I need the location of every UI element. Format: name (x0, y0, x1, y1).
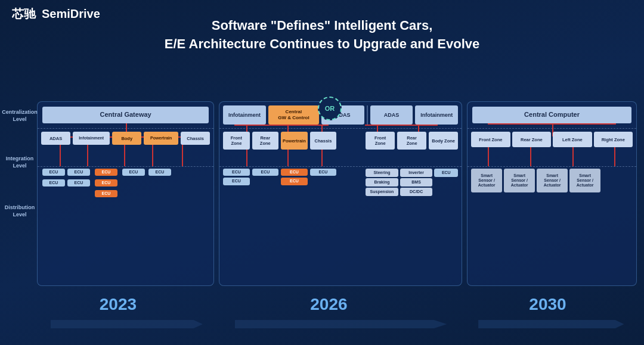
connector-v-info (87, 145, 88, 166)
ecu-col-3: ECU ECU (281, 169, 308, 185)
box-chassis: Chassis (181, 132, 210, 145)
zone-rear-r: RearZone (397, 132, 426, 150)
box-dcdc: DC/DC (400, 188, 433, 196)
box-infotainment-2026: Infotainment (223, 105, 266, 125)
connector-v-ch (182, 145, 183, 166)
cc-zones: Front Zone Rear Zone Left Zone Right Zon… (471, 132, 633, 147)
dashed-line-6 (467, 166, 636, 167)
c-h-1 (234, 125, 329, 126)
zones-right: FrontZone RearZone Body Zone (366, 132, 458, 150)
smart-3: SmartSensor /Actuator (537, 169, 568, 192)
ecu-l3: ECU (252, 169, 279, 176)
box-inverter: Inverter (400, 169, 433, 177)
year-2026: 2026 (199, 295, 459, 314)
ecu-1: ECU (42, 169, 65, 176)
cc-zone-rear: Rear Zone (512, 132, 551, 147)
or-circle: OR (318, 97, 342, 120)
year-labels: 2023 2026 2030 (37, 295, 637, 314)
cc-v-4 (614, 147, 615, 166)
smart-1: SmartSensor /Actuator (471, 169, 502, 192)
panel-2030: Central Computer Front Zone Rear Zone Le… (467, 101, 637, 286)
box-braking: Braking (366, 178, 398, 187)
ecu-4: ECU (67, 179, 90, 187)
year-2023: 2023 (37, 295, 199, 314)
cc-zone-left: Left Zone (553, 132, 592, 147)
func-row-1: Steering Braking Suspension Inverter BMS… (366, 169, 458, 196)
zone-front-r: FrontZone (366, 132, 395, 150)
ecu-5: ECU (95, 169, 117, 176)
dashed-line-4 (219, 166, 462, 167)
box-infotainment-right: Infotainment (415, 105, 458, 125)
cc-h-main (488, 123, 616, 125)
ecu-8: ECU (122, 169, 145, 176)
distribution-label: DistributionLevel (5, 200, 35, 223)
ecu-6: ECU (95, 179, 117, 187)
ecu-r1: ECU (434, 169, 458, 177)
dashed-line-2 (38, 166, 213, 167)
central-gateway-box: Central Gateway (42, 107, 209, 123)
c-h-2 (365, 125, 438, 126)
box-adas-right: ADAS (370, 105, 413, 125)
smart-2: SmartSensor /Actuator (504, 169, 535, 192)
connector-v-body (124, 145, 125, 166)
cc-zone-right: Right Zone (594, 132, 633, 147)
box-body: Body (112, 132, 141, 145)
connector-v-pt (152, 145, 153, 166)
zone-rear: RearZone (252, 132, 278, 150)
func-col-1: Steering Braking Suspension (366, 169, 398, 196)
box-suspension: Suspension (366, 188, 398, 196)
cc-v-2 (530, 147, 531, 166)
cc-zone-front: Front Zone (471, 132, 510, 147)
ecu-col-4: ECU (310, 169, 337, 185)
zone-powertrain: Powertrain (281, 132, 308, 150)
ecu-l2: ECU (223, 178, 250, 185)
arrow-1 (51, 320, 203, 328)
func-col-2: Inverter BMS DC/DC (400, 169, 433, 196)
ecu-9: ECU (148, 169, 171, 176)
ecu-2: ECU (42, 179, 65, 187)
ecu-l1: ECU (223, 169, 250, 176)
cc-v-1 (488, 147, 489, 166)
dashed-line-3 (219, 128, 462, 129)
arrow-2 (235, 320, 447, 328)
ecu-3: ECU (67, 169, 90, 176)
smart-4: SmartSensor /Actuator (569, 169, 600, 192)
connector-v-adas (60, 145, 61, 166)
ecu-l4: ECU (281, 169, 308, 176)
ecu-l5: ECU (281, 178, 308, 185)
ecu-l6: ECU (310, 169, 337, 176)
ecu-col-2: ECU (252, 169, 279, 185)
c-v-z3 (321, 150, 323, 166)
arrow-2-container (216, 320, 466, 328)
integration-row: ADAS Infotainment Body Powertrain Chassi… (41, 132, 210, 145)
box-infotainment: Infotainment (73, 132, 110, 145)
arrow-3-container (466, 320, 637, 328)
funcs-right: Steering Braking Suspension Inverter BMS… (366, 169, 458, 196)
central-computer-box: Central Computer (472, 107, 631, 123)
box-powertrain: Powertrain (144, 132, 178, 145)
c-v-z2 (287, 150, 289, 166)
zones-left: FrontZone RearZone Powertrain Chassis (223, 132, 336, 150)
zone-front: FrontZone (223, 132, 249, 150)
panel-2026: Infotainment CentralGW & Control ADAS AD… (219, 101, 462, 286)
arrow-1-container (37, 320, 216, 328)
c-v-z1 (246, 150, 247, 166)
level-labels: CentralizationLevel IntegrationLevel Dis… (5, 104, 35, 223)
vertical-divider (367, 105, 368, 125)
cc-v-3 (572, 147, 574, 166)
box-steering: Steering (366, 169, 398, 177)
ecu-7: ECU (95, 190, 117, 197)
arrow-3 (478, 320, 624, 328)
centralization-label: CentralizationLevel (5, 104, 35, 128)
zone-body: Body Zone (429, 132, 458, 150)
box-central-gw: CentralGW & Control (268, 105, 319, 125)
year-2030: 2030 (459, 295, 637, 314)
ecu-col-1: ECU ECU (223, 169, 250, 185)
zone-chassis: Chassis (310, 132, 336, 150)
arch-container: Central Gateway ADAS Infotainment Body P… (37, 101, 637, 286)
box-bms: BMS (400, 178, 433, 187)
integration-label: IntegrationLevel (5, 151, 35, 175)
main-title: Software "Defines" Intelligent Cars, E/E… (0, 17, 644, 54)
panel-2023: Central Gateway ADAS Infotainment Body P… (37, 101, 214, 286)
title-area: Software "Defines" Intelligent Cars, E/E… (0, 17, 644, 54)
